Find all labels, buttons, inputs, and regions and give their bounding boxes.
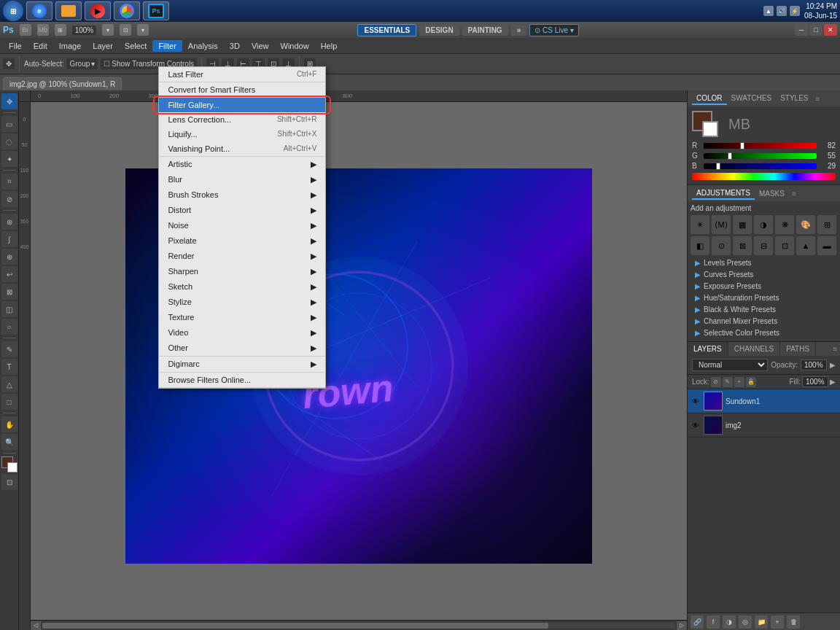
artistic-item[interactable]: Artistic ▶ — [159, 157, 325, 172]
color-panel-collapse[interactable]: ≡ — [815, 95, 820, 103]
menu-view[interactable]: View — [246, 40, 275, 52]
heal-tool[interactable]: ⊛ — [1, 214, 18, 230]
minimize-btn[interactable]: ─ — [795, 24, 808, 36]
convert-smart-item[interactable]: Convert for Smart Filters — [159, 82, 325, 97]
painting-btn[interactable]: PAINTING — [462, 25, 508, 36]
blend-mode-select[interactable]: Normal — [692, 359, 768, 371]
auto-select-dropdown[interactable]: Group ▾ — [66, 58, 98, 69]
scroll-left-btn[interactable]: ◁ — [31, 621, 41, 630]
menu-edit[interactable]: Edit — [28, 40, 53, 52]
eyedropper-tool[interactable]: ⊘ — [1, 191, 18, 207]
move-tool[interactable]: ✥ — [1, 93, 18, 109]
add-style-btn[interactable]: f — [707, 615, 720, 629]
blur-item[interactable]: Blur ▶ — [159, 172, 325, 187]
distort-item[interactable]: Distort ▶ — [159, 203, 325, 218]
r-slider-track[interactable] — [704, 143, 817, 149]
menu-image[interactable]: Image — [53, 40, 88, 52]
essentials-btn[interactable]: ESSENTIALS — [357, 24, 416, 36]
view-dropdown[interactable]: ▾ — [137, 24, 149, 36]
bw-presets-item[interactable]: ▶ Black & White Presets — [691, 304, 837, 315]
browse-filters-item[interactable]: Browse Filters Online... — [159, 373, 325, 387]
crop-tool[interactable]: ⌗ — [1, 174, 18, 190]
posterize-icon[interactable]: ⊡ — [775, 236, 794, 255]
g-slider-track[interactable] — [704, 153, 817, 159]
adj-panel-collapse[interactable]: ≡ — [792, 190, 796, 198]
lock-all-btn[interactable]: 🔒 — [746, 377, 756, 387]
taskbar-ps[interactable]: Ps — [143, 1, 169, 20]
opacity-input[interactable] — [801, 359, 827, 370]
exposure-presets-item[interactable]: ▶ Exposure Presets — [691, 281, 837, 292]
hand-tool[interactable]: ✋ — [1, 416, 18, 432]
pixelate-item[interactable]: Pixelate ▶ — [159, 233, 325, 249]
levels-presets-item[interactable]: ▶ Levels Presets — [691, 257, 837, 268]
curves-icon[interactable]: ⟨M⟩ — [712, 215, 731, 234]
menu-3d[interactable]: 3D — [224, 40, 246, 52]
edit-mode-btn[interactable]: ⊡ — [1, 474, 18, 490]
add-mask-btn[interactable]: ◑ — [723, 615, 736, 629]
path-tool[interactable]: △ — [1, 376, 18, 392]
menu-select[interactable]: Select — [119, 40, 153, 52]
color-panel-header[interactable]: COLOR SWATCHES STYLES ≡ — [688, 90, 840, 106]
tab-adjustments[interactable]: ADJUSTMENTS — [692, 187, 755, 200]
menu-analysis[interactable]: Analysis — [182, 40, 224, 52]
layer-sundown1[interactable]: 👁 Sundown1 — [688, 389, 840, 413]
other-item[interactable]: Other ▶ — [159, 341, 325, 356]
shape-tool[interactable]: □ — [1, 394, 18, 410]
lens-correction-item[interactable]: Lens Correction... Shift+Ctrl+R — [159, 112, 325, 127]
gradient-tool[interactable]: ◫ — [1, 301, 18, 317]
pen-tool[interactable]: ✎ — [1, 341, 18, 357]
layer-img2[interactable]: 👁 img2 — [688, 413, 840, 438]
lock-image-btn[interactable]: ✎ — [723, 377, 733, 387]
menu-file[interactable]: File — [3, 40, 28, 52]
taskbar-folder[interactable] — [55, 1, 82, 20]
b-slider-track[interactable] — [704, 163, 817, 169]
layer-visibility-sundown1[interactable]: 👁 — [691, 396, 701, 406]
delete-layer-btn[interactable]: 🗑 — [787, 615, 800, 629]
move-tool-icon[interactable]: ✥ — [3, 58, 15, 69]
gradient-map-icon[interactable]: ▬ — [817, 236, 836, 255]
fg-bg-colors[interactable] — [1, 456, 18, 472]
filter-gallery-item[interactable]: Filter Gallery... — [159, 98, 325, 112]
marquee-tool[interactable]: ▭ — [1, 116, 18, 132]
bw-icon[interactable]: ◧ — [691, 236, 709, 255]
fill-input[interactable] — [802, 376, 828, 387]
b-slider-thumb[interactable] — [716, 163, 720, 170]
lock-transparent-btn[interactable]: ⊘ — [711, 377, 721, 387]
channel-mixer-icon[interactable]: ⊠ — [733, 236, 752, 255]
g-slider-thumb[interactable] — [728, 152, 732, 160]
brush-strokes-item[interactable]: Brush Strokes ▶ — [159, 187, 325, 203]
texture-item[interactable]: Texture ▶ — [159, 310, 325, 325]
levels-icon[interactable]: ▦ — [733, 215, 752, 234]
tab-layers[interactable]: LAYERS — [688, 342, 728, 356]
taskbar-ie[interactable]: e — [26, 1, 52, 20]
lock-position-btn[interactable]: + — [734, 377, 744, 387]
arrange-btn[interactable]: ⊞ — [55, 24, 66, 36]
h-scroll-thumb[interactable] — [42, 623, 548, 629]
tab-paths[interactable]: PATHS — [780, 342, 816, 356]
render-item[interactable]: Render ▶ — [159, 249, 325, 264]
bridge-btn[interactable]: Br — [20, 24, 31, 36]
scroll-right-btn[interactable]: ▷ — [677, 621, 687, 630]
new-layer-btn[interactable]: + — [771, 615, 784, 629]
zoom-dropdown[interactable]: ▾ — [102, 24, 114, 36]
vibrance-icon[interactable]: ❋ — [775, 215, 794, 234]
selective-color-presets-item[interactable]: ▶ Selective Color Presets — [691, 327, 837, 338]
tab-color[interactable]: COLOR — [692, 93, 727, 105]
cs-live-btn[interactable]: ⊙ CS Live ▾ — [529, 24, 579, 36]
maximize-btn[interactable]: □ — [809, 24, 822, 36]
mb-icon[interactable]: MB — [728, 116, 750, 133]
brush-tool[interactable]: ∫ — [1, 231, 18, 247]
layers-panel-opts[interactable]: ≡ — [833, 345, 837, 353]
hue-icon[interactable]: 🎨 — [796, 215, 815, 234]
design-btn[interactable]: DESIGN — [419, 25, 459, 36]
taskbar-chrome[interactable] — [114, 1, 140, 20]
tab-styles[interactable]: STYLES — [776, 93, 812, 105]
menu-filter[interactable]: Filter Last Filter Ctrl+F Convert for Sm… — [152, 40, 182, 52]
dodge-tool[interactable]: ○ — [1, 319, 18, 335]
lasso-tool[interactable]: ◌ — [1, 133, 18, 149]
fill-arrow[interactable]: ▶ — [830, 378, 836, 386]
color-balance-icon[interactable]: ⊞ — [817, 215, 836, 234]
doc-tab-img2[interactable]: img2.jpg @ 100% (Sundown1, R — [3, 77, 122, 90]
stamp-tool[interactable]: ⊕ — [1, 249, 18, 265]
taskbar-media[interactable]: ▶ — [85, 1, 111, 20]
